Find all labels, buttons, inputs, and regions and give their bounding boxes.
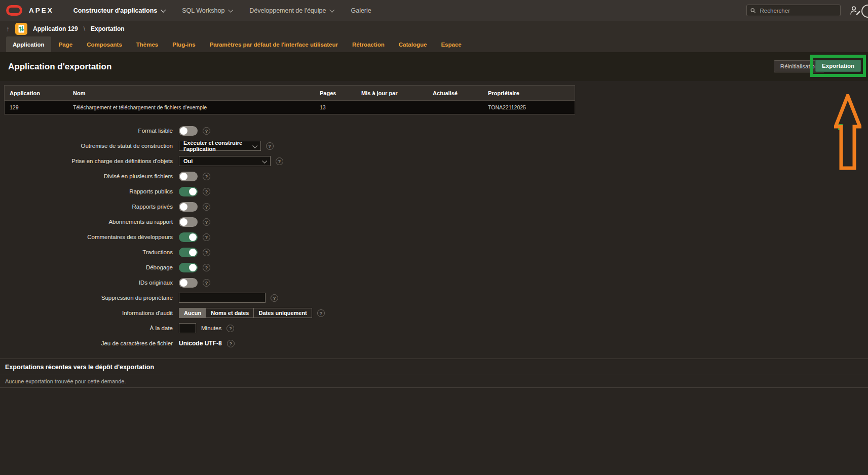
tab-7[interactable]: Catalogue — [392, 36, 434, 52]
table-header-row: ApplicationNomPagesMis à jour parActuali… — [5, 86, 575, 101]
toggle-knob — [189, 249, 197, 256]
table-cell: 129 — [5, 101, 68, 114]
help-icon[interactable]: ? — [203, 188, 210, 195]
select-field[interactable]: Oui — [179, 156, 271, 166]
nav-menu-0[interactable]: Constructeur d'applications — [65, 0, 174, 21]
tab-2[interactable]: Composants — [80, 36, 129, 52]
field-label: Débogage — [0, 264, 179, 270]
tab-3[interactable]: Thèmes — [130, 36, 165, 52]
nav-menu-1[interactable]: SQL Workshop — [173, 0, 241, 21]
nav-menu-label: Développement de l'équipe — [249, 7, 326, 14]
help-icon[interactable]: ? — [227, 340, 235, 347]
table-cell: 13 — [315, 101, 356, 114]
column-header: Pages — [315, 86, 356, 101]
top-navbar: APEX Constructeur d'applicationsSQL Work… — [0, 0, 868, 21]
toggle-knob — [180, 279, 187, 287]
field-control: AucunNoms et datesDates uniquement? — [179, 308, 325, 318]
nav-menu-2[interactable]: Développement de l'équipe — [241, 0, 342, 21]
column-header: Propriétaire — [483, 86, 575, 101]
toggle-switch[interactable] — [179, 232, 198, 242]
toggle-switch[interactable] — [179, 248, 198, 257]
annotation-arrow-icon — [834, 94, 861, 170]
toggle-switch[interactable] — [179, 278, 198, 288]
toggle-knob — [180, 127, 187, 135]
help-icon[interactable]: ? — [276, 157, 283, 165]
help-icon[interactable]: ? — [203, 279, 210, 287]
help-icon[interactable]: ? — [203, 249, 210, 256]
chevron-down-icon — [161, 8, 166, 13]
help-icon[interactable]: ? — [203, 127, 210, 135]
search-box[interactable] — [746, 5, 841, 16]
toggle-knob — [189, 233, 197, 241]
toggle-switch[interactable] — [179, 202, 198, 212]
table-cell: Téléchargement et téléchargement de fich… — [68, 101, 315, 114]
field-label: Suppression du propriétaire — [0, 295, 179, 301]
navbar-right — [746, 5, 868, 16]
segment-option[interactable]: Noms et dates — [206, 308, 254, 318]
recent-exports-title: Exportations récentes vers le dépôt d'ex… — [0, 359, 868, 375]
form-row: Rapports publics? — [0, 184, 325, 199]
toggle-switch[interactable] — [179, 263, 198, 272]
breadcrumb-separator: \ — [84, 25, 85, 32]
form-row: Format lisible? — [0, 123, 325, 138]
text-field[interactable] — [179, 323, 196, 333]
help-icon[interactable]: ? — [271, 294, 278, 302]
nav-menu-3[interactable]: Galerie — [342, 0, 380, 21]
field-label: Informations d'audit — [0, 310, 179, 316]
static-value: Unicode UTF-8 — [179, 340, 222, 347]
tab-1[interactable]: Page — [52, 36, 80, 52]
form-row: Suppression du propriétaire? — [0, 290, 325, 305]
tab-4[interactable]: Plug-ins — [166, 36, 202, 52]
column-header: Mis à jour par — [356, 86, 428, 101]
export-button[interactable]: Exportation — [815, 60, 861, 72]
text-field[interactable] — [179, 293, 266, 303]
title-bar: Application d'exportation Réinitialisati… — [0, 52, 868, 81]
form-row: Commentaires des développeurs? — [0, 229, 325, 245]
field-control: ? — [179, 202, 210, 212]
field-control: Unicode UTF-8? — [179, 340, 235, 347]
recent-exports-empty-message: Aucune exportation trouvée pour cette de… — [0, 375, 868, 388]
go-up-icon[interactable]: ↑ — [6, 25, 10, 32]
help-icon[interactable]: ? — [317, 309, 325, 317]
tab-bar: ApplicationPageComposantsThèmesPlug-insP… — [0, 36, 868, 52]
breadcrumb-current-page: Exportation — [91, 25, 125, 32]
tab-6[interactable]: Rétroaction — [346, 36, 391, 52]
field-label: Rapports publics — [0, 188, 179, 194]
column-header: Actualisé — [428, 86, 483, 101]
tab-0[interactable]: Application — [6, 36, 51, 52]
form-row: Débogage? — [0, 260, 325, 275]
help-icon[interactable]: ? — [203, 264, 210, 271]
user-edit-icon[interactable] — [850, 6, 861, 16]
field-control: ? — [179, 278, 210, 288]
segment-option[interactable]: Dates uniquement — [254, 308, 311, 318]
select-field[interactable]: Exécuter et construire l'application — [179, 141, 261, 151]
toggle-knob — [180, 173, 187, 180]
toggle-knob — [180, 218, 187, 226]
select-value: Oui — [183, 158, 193, 164]
segment-option[interactable]: Aucun — [179, 308, 206, 318]
help-icon[interactable]: ? — [203, 173, 210, 180]
field-control: Oui? — [179, 156, 283, 166]
form-row: Traductions? — [0, 245, 325, 260]
tab-8[interactable]: Espace — [434, 36, 468, 52]
field-control: ? — [179, 248, 210, 257]
toggle-switch[interactable] — [179, 217, 198, 227]
toggle-switch[interactable] — [179, 187, 198, 196]
help-icon[interactable]: ? — [203, 203, 210, 211]
tab-5[interactable]: Paramètres par défaut de l'interface uti… — [203, 36, 345, 52]
search-input[interactable] — [759, 7, 837, 14]
help-icon[interactable]: ? — [203, 218, 210, 226]
toggle-switch[interactable] — [179, 172, 198, 181]
help-icon[interactable]: ? — [227, 325, 234, 332]
toggle-switch[interactable] — [179, 126, 198, 136]
table-cell — [428, 101, 483, 114]
field-label: Rapports privés — [0, 204, 179, 210]
chevron-down-icon — [262, 158, 267, 163]
table-cell — [356, 101, 428, 114]
breadcrumb-app-link[interactable]: Application 129 — [33, 25, 78, 32]
help-icon[interactable]: ? — [266, 142, 274, 150]
column-header: Nom — [68, 86, 315, 101]
help-icon[interactable]: ? — [203, 233, 210, 241]
field-control: ? — [179, 293, 278, 303]
field-control: Exécuter et construire l'application? — [179, 141, 274, 151]
